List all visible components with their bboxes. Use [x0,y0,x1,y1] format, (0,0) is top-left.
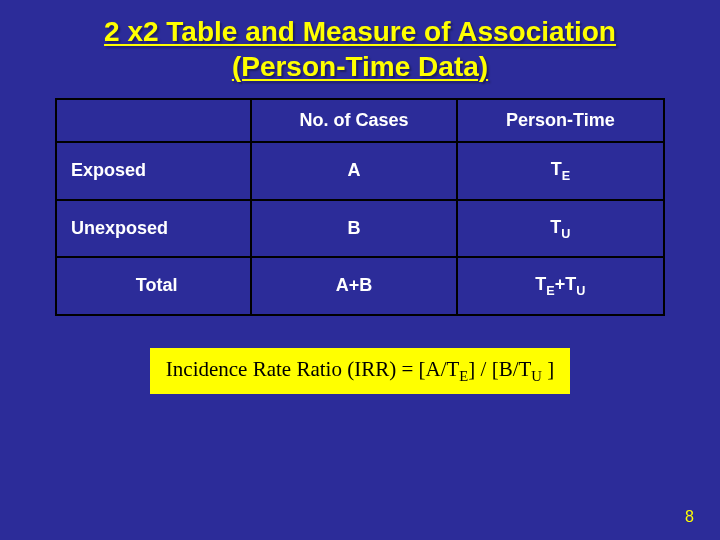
pt-subscript: E [562,169,570,183]
title-line-1: 2 x2 Table and Measure of Association [104,16,616,47]
pt-symbol: T [565,274,576,294]
col-header-blank [56,99,251,142]
formula-subscript: U [531,368,542,384]
pt-symbol: T [535,274,546,294]
formula-text: ] [542,357,554,381]
page-number: 8 [685,508,694,526]
slide-title: 2 x2 Table and Measure of Association (P… [0,0,720,88]
table-row: Unexposed B TU [56,200,664,258]
col-header-cases: No. of Cases [251,99,456,142]
table-row: Total A+B TE+TU [56,257,664,315]
pt-subscript: U [561,226,570,240]
formula-text: Incidence Rate Ratio (IRR) = [A/T [166,357,460,381]
plus-sign: + [555,274,566,294]
title-line-2: (Person-Time Data) [232,51,488,82]
formula-text: ] / [B/T [468,357,531,381]
col-header-persontime: Person-Time [457,99,664,142]
cell-unexposed-cases: B [251,200,456,258]
slide: 2 x2 Table and Measure of Association (P… [0,0,720,540]
cell-total-cases: A+B [251,257,456,315]
two-by-two-table: No. of Cases Person-Time Exposed A TE Un… [55,98,665,316]
pt-symbol: T [550,217,561,237]
pt-symbol: T [551,159,562,179]
row-label-exposed: Exposed [56,142,251,200]
table-header-row: No. of Cases Person-Time [56,99,664,142]
formula-subscript: E [459,368,468,384]
row-label-total: Total [56,257,251,315]
row-label-unexposed: Unexposed [56,200,251,258]
cell-exposed-cases: A [251,142,456,200]
pt-subscript: E [546,284,554,298]
cell-unexposed-pt: TU [457,200,664,258]
cell-total-pt: TE+TU [457,257,664,315]
table-row: Exposed A TE [56,142,664,200]
pt-subscript: U [576,284,585,298]
irr-formula: Incidence Rate Ratio (IRR) = [A/TE] / [B… [150,348,570,394]
cell-exposed-pt: TE [457,142,664,200]
